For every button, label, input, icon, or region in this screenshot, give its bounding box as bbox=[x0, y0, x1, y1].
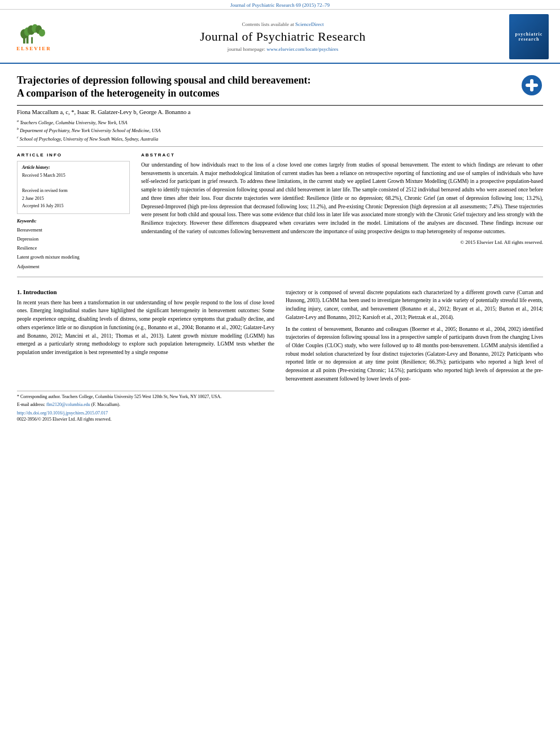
journal-reference-bar: Journal of Psychiatric Research 69 (2015… bbox=[0, 0, 560, 10]
intro-two-col: 1. Introduction In recent years there ha… bbox=[17, 289, 543, 422]
paper-title-section: Trajectories of depression following spo… bbox=[17, 64, 543, 106]
keywords-box: Keywords: Bereavement Depression Resilie… bbox=[17, 219, 130, 271]
corresponding-author-footnote: * Corresponding author. Teachers College… bbox=[17, 394, 274, 400]
affiliation-c: c School of Psychology, University of Ne… bbox=[17, 135, 543, 143]
keyword-3: Resilience bbox=[17, 243, 130, 252]
affiliation-b: b Department of Psychiatry, New York Uni… bbox=[17, 126, 543, 134]
intro-paragraph-2: trajectory or is composed of several dis… bbox=[286, 289, 543, 322]
journal-header: ELSEVIER Contents lists available at Sci… bbox=[0, 10, 560, 64]
intro-paragraph-1: In recent years there has been a transfo… bbox=[17, 299, 274, 357]
affiliation-a: a Teachers College, Columbia University,… bbox=[17, 119, 543, 126]
paper-title: Trajectories of depression following spo… bbox=[17, 74, 520, 101]
doi-line: http://dx.doi.org/10.1016/j.jpsychires.2… bbox=[17, 410, 274, 416]
article-info-heading: ARTICLE INFO bbox=[17, 152, 130, 158]
intro-paragraph-3: In the context of bereavement, Bonanno a… bbox=[286, 325, 543, 383]
affiliations: a Teachers College, Columbia University,… bbox=[17, 117, 543, 146]
keyword-1: Bereavement bbox=[17, 225, 130, 234]
intro-left-col: 1. Introduction In recent years there ha… bbox=[17, 289, 274, 422]
authors-line: Fiona Maccallum a, c, *, Isaac R. Galatz… bbox=[17, 106, 543, 117]
intro-right-col: trajectory or is composed of several dis… bbox=[286, 289, 543, 422]
received-date: Received 5 March 2015 bbox=[22, 172, 125, 180]
sciencedirect-link[interactable]: ScienceDirect bbox=[295, 21, 323, 27]
article-info-box: Article history: Received 5 March 2015 R… bbox=[17, 161, 130, 214]
keyword-5: Adjustment bbox=[17, 262, 130, 271]
history-label: Article history: bbox=[22, 165, 125, 170]
crossmark-logo[interactable] bbox=[520, 74, 543, 97]
abstract-heading: ABSTRACT bbox=[141, 152, 543, 158]
abstract-column: ABSTRACT Our understanding of how indivi… bbox=[141, 152, 543, 271]
accepted-date: Accepted 16 July 2015 bbox=[22, 202, 125, 210]
revised-date: Received in revised form 2 June 2015 bbox=[22, 180, 125, 203]
contents-available: Contents lists available at ScienceDirec… bbox=[56, 21, 509, 27]
journal-cover: psychiatric research bbox=[509, 14, 549, 59]
section-title: 1. Introduction bbox=[17, 289, 274, 295]
copyright-line: © 2015 Elsevier Ltd. All rights reserved… bbox=[141, 239, 543, 245]
svg-point-7 bbox=[39, 29, 45, 36]
email-footnote: E-mail address: flm2120@columbia.edu (F.… bbox=[17, 401, 274, 408]
footnote-area: * Corresponding author. Teachers College… bbox=[17, 391, 274, 422]
abstract-text: Our understanding of how individuals rea… bbox=[141, 161, 543, 235]
journal-homepage: journal homepage: www.elsevier.com/locat… bbox=[56, 46, 509, 52]
section-divider bbox=[17, 277, 543, 277]
journal-title: Journal of Psychiatric Research bbox=[56, 29, 509, 44]
issn-line: 0022-3956/© 2015 Elsevier Ltd. All right… bbox=[17, 417, 274, 422]
keywords-label: Keywords: bbox=[17, 219, 130, 224]
homepage-link[interactable]: www.elsevier.com/locate/psychires bbox=[266, 46, 338, 52]
journal-ref-text: Journal of Psychiatric Research 69 (2015… bbox=[230, 2, 330, 8]
article-info-column: ARTICLE INFO Article history: Received 5… bbox=[17, 152, 130, 271]
svg-rect-0 bbox=[23, 38, 25, 44]
svg-rect-8 bbox=[31, 37, 33, 43]
intro-section: 1. Introduction In recent years there ha… bbox=[17, 283, 543, 422]
svg-rect-11 bbox=[530, 79, 533, 91]
keyword-2: Depression bbox=[17, 234, 130, 243]
elsevier-wordmark: ELSEVIER bbox=[16, 46, 51, 51]
elsevier-logo: ELSEVIER bbox=[11, 22, 56, 51]
keywords-list: Bereavement Depression Resilience Latent… bbox=[17, 225, 130, 271]
keyword-4: Latent growth mixture modeling bbox=[17, 252, 130, 261]
email-link[interactable]: flm2120@columbia.edu bbox=[46, 402, 91, 407]
journal-header-center: Contents lists available at ScienceDirec… bbox=[56, 21, 509, 52]
